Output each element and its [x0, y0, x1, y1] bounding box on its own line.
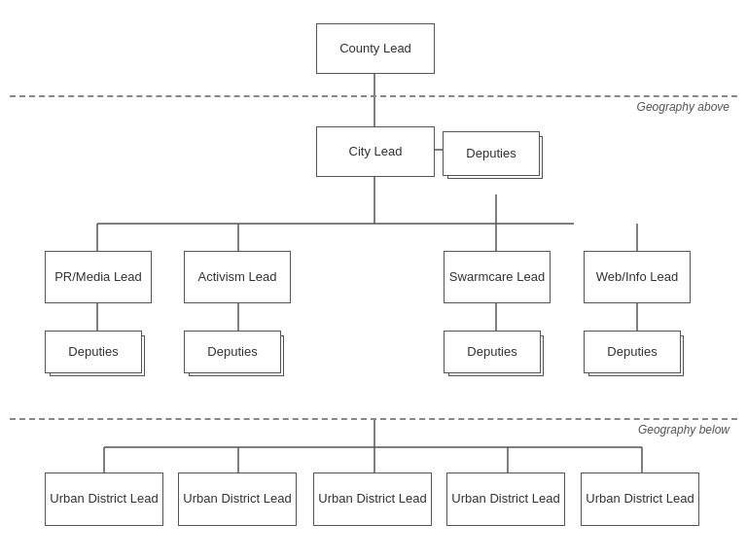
swarmcare-node: Swarmcare Lead: [444, 251, 551, 303]
county-lead-node: County Lead: [316, 23, 435, 74]
pr-deputies-node: Deputies: [45, 331, 142, 373]
city-deputies-node: Deputies: [443, 131, 540, 176]
web-info-node: Web/Info Lead: [584, 251, 691, 303]
urban2-node: Urban District Lead: [178, 472, 297, 526]
pr-media-node: PR/Media Lead: [45, 251, 152, 303]
geo-below-label: Geography below: [638, 423, 729, 437]
urban4-node: Urban District Lead: [446, 472, 565, 526]
swarmcare-deputies-node: Deputies: [444, 331, 541, 373]
activism-node: Activism Lead: [184, 251, 291, 303]
city-lead-node: City Lead: [316, 126, 435, 177]
urban1-node: Urban District Lead: [45, 472, 163, 526]
web-deputies-node: Deputies: [584, 331, 681, 373]
urban5-node: Urban District Lead: [581, 472, 699, 526]
geo-above-label: Geography above: [637, 100, 729, 114]
dashed-line-top: [10, 95, 737, 97]
org-chart: Geography above Geography below County L…: [0, 0, 747, 560]
activism-deputies-node: Deputies: [184, 331, 281, 373]
dashed-line-bottom: [10, 418, 737, 420]
urban3-node: Urban District Lead: [313, 472, 432, 526]
